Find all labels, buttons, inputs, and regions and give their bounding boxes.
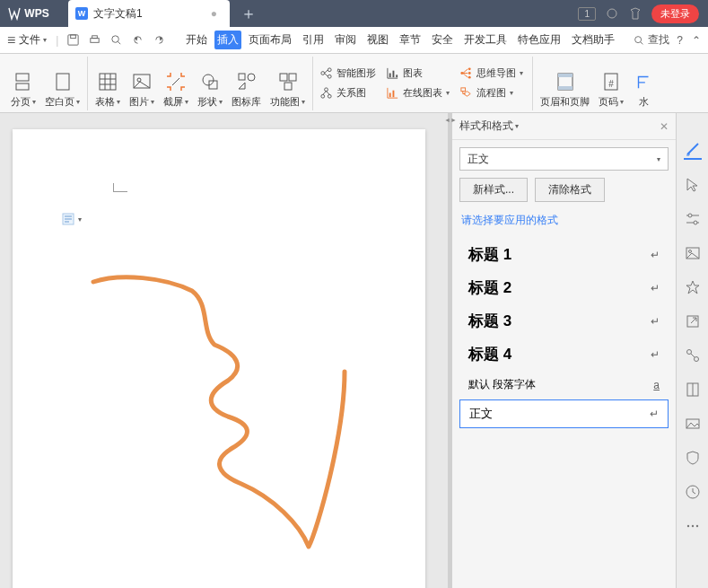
document-tab[interactable]: W 文字文稿1 ● — [68, 0, 230, 27]
help-icon[interactable]: ? — [677, 34, 683, 47]
gallery-icon[interactable] — [684, 415, 702, 433]
hamburger-icon[interactable]: ≡ — [7, 32, 15, 48]
tab-special[interactable]: 特色应用 — [514, 31, 564, 49]
app-name: WPS — [24, 7, 48, 20]
panel-title: 样式和格式 — [459, 118, 513, 134]
svg-point-20 — [320, 72, 324, 75]
svg-rect-30 — [392, 91, 394, 98]
tab-view[interactable]: 视图 — [363, 31, 392, 49]
svg-point-22 — [328, 75, 331, 78]
svg-point-21 — [328, 68, 331, 72]
svg-point-43 — [694, 221, 697, 224]
flowchart-button[interactable]: 流程图▾ — [459, 85, 523, 101]
settings-sliders-icon[interactable] — [684, 210, 702, 228]
chart-button[interactable]: 图表 — [385, 66, 450, 82]
format-brush-icon[interactable] — [684, 142, 702, 160]
undo-icon[interactable] — [130, 33, 144, 48]
watermark-button[interactable]: 水 — [631, 69, 656, 110]
style-body[interactable]: 正文↵ — [459, 399, 669, 428]
svg-point-0 — [607, 9, 616, 18]
style-list: 标题 1↵ 标题 2↵ 标题 3↵ 标题 4↵ 默认 段落字体a 正文↵ — [459, 239, 669, 428]
current-style-combo[interactable]: 正文 ▾ — [459, 147, 669, 171]
svg-point-45 — [688, 250, 691, 253]
online-chart-button[interactable]: 在线图表▾ — [385, 85, 450, 101]
window-number[interactable]: 1 — [578, 7, 596, 21]
file-menu[interactable]: 文件 ▾ — [19, 32, 47, 48]
table-button[interactable]: 表格▾ — [93, 69, 122, 110]
clear-format-button[interactable]: 清除格式 — [535, 178, 605, 202]
shape-button[interactable]: 形状▾ — [196, 69, 224, 110]
app-logo[interactable]: WPS — [0, 0, 63, 27]
svg-point-33 — [468, 72, 470, 75]
style-heading3[interactable]: 标题 3↵ — [459, 305, 669, 337]
more-tools-icon[interactable] — [684, 517, 702, 535]
svg-point-52 — [686, 525, 688, 527]
mindmap-button[interactable]: 思维导图▾ — [459, 66, 523, 82]
tab-review[interactable]: 审阅 — [331, 31, 360, 49]
svg-point-47 — [686, 350, 691, 355]
ribbon: 分页▾ 空白页▾ 表格▾ 图片▾ 截屏▾ 形状▾ 图标库 功能图▾ — [0, 54, 708, 113]
svg-rect-15 — [239, 74, 245, 80]
right-tool-strip — [676, 113, 708, 588]
tab-security[interactable]: 安全 — [428, 31, 457, 49]
relation-button[interactable]: 关系图 — [319, 85, 376, 101]
page[interactable]: ▾ — [13, 129, 425, 588]
svg-rect-35 — [460, 88, 465, 92]
tab-references[interactable]: 引用 — [299, 31, 328, 49]
tab-page-layout[interactable]: 页面布局 — [245, 31, 295, 49]
svg-rect-17 — [280, 74, 287, 81]
shield-icon[interactable] — [684, 449, 702, 467]
svg-rect-28 — [396, 75, 398, 77]
style-heading4[interactable]: 标题 4↵ — [459, 338, 669, 370]
tab-chapters[interactable]: 章节 — [396, 31, 424, 49]
save-icon[interactable] — [66, 33, 80, 48]
header-footer-button[interactable]: 页眉和页脚 — [538, 69, 591, 110]
history-icon[interactable] — [684, 483, 702, 501]
icon-lib-button[interactable]: 图标库 — [230, 69, 263, 110]
share-icon[interactable] — [684, 312, 702, 330]
style-heading2[interactable]: 标题 2↵ — [459, 272, 669, 303]
picture-button[interactable]: 图片▾ — [127, 69, 156, 110]
svg-rect-8 — [16, 83, 29, 90]
tab-insert[interactable]: 插入 — [214, 31, 241, 49]
find-button[interactable]: 查找 — [633, 32, 669, 48]
print-icon[interactable] — [87, 33, 101, 48]
svg-point-24 — [320, 94, 324, 98]
svg-rect-26 — [389, 74, 390, 78]
select-format-hint: 请选择要应用的格式 — [459, 209, 669, 232]
tab-unsaved-indicator: ● — [211, 7, 217, 20]
styles-panel: 样式和格式 ▾ ✕ 正文 ▾ 新样式... 清除格式 请选择要应用的格式 标题 … — [451, 113, 676, 588]
blank-page-button[interactable]: 空白页▾ — [43, 69, 82, 110]
cloud-icon[interactable] — [605, 6, 619, 21]
function-chart-button[interactable]: 功能图▾ — [268, 69, 307, 110]
image-tool-icon[interactable] — [684, 244, 702, 262]
redo-icon[interactable] — [152, 33, 166, 48]
select-icon[interactable] — [684, 176, 702, 194]
tab-doc-assist[interactable]: 文档助手 — [568, 31, 618, 49]
star-icon[interactable] — [684, 278, 702, 296]
tab-start[interactable]: 开始 — [182, 31, 211, 49]
page-break-button[interactable]: 分页▾ — [9, 69, 38, 110]
page-number-button[interactable]: # 页码▾ — [597, 69, 625, 110]
ribbon-tabs: 开始 插入 页面布局 引用 审阅 视图 章节 安全 开发工具 特色应用 文档助手 — [182, 31, 618, 49]
panel-close-button[interactable]: ✕ — [660, 120, 669, 133]
smart-shape-button[interactable]: 智能图形 — [319, 66, 376, 82]
login-button[interactable]: 未登录 — [651, 4, 699, 23]
link-tool-icon[interactable] — [684, 347, 702, 364]
style-heading1[interactable]: 标题 1↵ — [459, 239, 669, 270]
style-default-font[interactable]: 默认 段落字体a — [459, 372, 669, 398]
skin-icon[interactable] — [628, 6, 642, 21]
document-canvas[interactable]: ▾ — [0, 113, 448, 588]
current-style-value: 正文 — [468, 152, 489, 167]
print-preview-icon[interactable] — [109, 33, 123, 48]
paragraph-options-button[interactable]: ▾ — [61, 212, 82, 226]
panel-splitter[interactable] — [448, 113, 451, 588]
svg-rect-18 — [289, 74, 296, 81]
collapse-ribbon-icon[interactable]: ⌃ — [692, 34, 701, 47]
new-style-button[interactable]: 新样式... — [459, 178, 528, 202]
tab-dev-tools[interactable]: 开发工具 — [460, 31, 511, 49]
ink-scribble-shape[interactable] — [84, 273, 380, 560]
new-tab-button[interactable]: ＋ — [235, 0, 262, 27]
page-mode-icon[interactable] — [684, 381, 702, 399]
screenshot-button[interactable]: 截屏▾ — [162, 69, 190, 110]
